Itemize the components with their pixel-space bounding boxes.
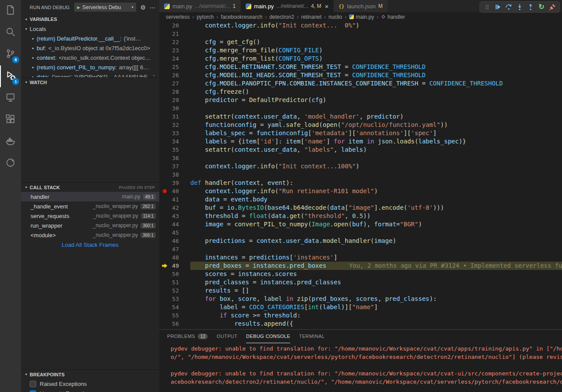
- editor-gutter[interactable]: 46: [159, 237, 190, 245]
- editor-gutter[interactable]: 28: [159, 88, 190, 96]
- code-line[interactable]: 43 threshold = float(data.get("threshold…: [159, 212, 562, 220]
- stack-frame-row[interactable]: _handle_event_nuclio_wrapper.py262:1: [21, 201, 159, 211]
- debug-config-dropdown[interactable]: ▶ Serverless Debu ▾: [74, 3, 137, 12]
- breadcrumb-item[interactable]: handler: [381, 14, 405, 20]
- editor-tab[interactable]: {}launch.jsonM: [334, 0, 388, 12]
- breakpoints-section-header[interactable]: ▾ BREAKPOINTS: [21, 369, 159, 379]
- breadcrumb-item[interactable]: nuclio: [329, 14, 342, 20]
- activity-extensions[interactable]: [0, 109, 21, 131]
- activity-extra-tool[interactable]: [0, 153, 21, 174]
- code-line[interactable]: 47: [159, 245, 562, 253]
- editor-gutter[interactable]: 32: [159, 121, 190, 129]
- code-line[interactable]: 52 results = []: [159, 286, 562, 295]
- editor-gutter[interactable]: 31: [159, 112, 190, 121]
- editor-gutter[interactable]: 35: [159, 146, 190, 154]
- stack-frame-row[interactable]: serve_requests_nuclio_wrapper.py114:1: [21, 211, 159, 221]
- breakpoint-checkbox[interactable]: [30, 381, 36, 387]
- editor-gutter[interactable]: 21: [159, 30, 190, 38]
- editor-gutter[interactable]: 51: [159, 278, 190, 286]
- continue-button[interactable]: [493, 2, 503, 12]
- code-line[interactable]: 25 cfg.MODEL.RETINANET.SCORE_THRESH_TEST…: [159, 63, 562, 71]
- code-line[interactable]: 42 buf = io.BytesIO(base64.b64decode(dat…: [159, 204, 562, 212]
- gear-icon[interactable]: ⚙: [140, 4, 146, 11]
- editor-gutter[interactable]: 42: [159, 204, 190, 212]
- code-line[interactable]: 55 if score >= threshold:: [159, 311, 562, 320]
- code-line[interactable]: 23 cfg.merge_from_file(CONFIG_FILE): [159, 46, 562, 55]
- code-line[interactable]: 46 predictions = context.user_data.model…: [159, 237, 562, 245]
- code-line[interactable]: 22 cfg = get_cfg(): [159, 38, 562, 46]
- start-debugging-icon[interactable]: ▶: [77, 5, 80, 10]
- variables-section-header[interactable]: ▾ VARIABLES: [21, 14, 159, 24]
- code-line[interactable]: 50 scores = instances.scores: [159, 270, 562, 278]
- editor-gutter[interactable]: 30: [159, 104, 190, 112]
- restart-button[interactable]: ↻: [537, 2, 546, 12]
- code-line[interactable]: 37 context.logger.info("Init context...1…: [159, 162, 562, 170]
- code-line[interactable]: 27 cfg.MODEL.PANOPTIC_FPN.COMBINE.INSTAN…: [159, 79, 562, 88]
- load-all-stack-frames-link[interactable]: Load All Stack Frames: [21, 240, 159, 249]
- variable-row[interactable]: ▸(return) convert_PIL_to_numpy:array([[[…: [21, 62, 159, 72]
- code-line[interactable]: 39def handler(context, event):: [159, 179, 562, 187]
- editor-gutter[interactable]: 23: [159, 46, 190, 55]
- code-line[interactable]: 38: [159, 170, 562, 179]
- breadcrumb-item[interactable]: serverless: [166, 14, 190, 20]
- code-line[interactable]: 24 cfg.merge_from_list(CONFIG_OPTS): [159, 55, 562, 63]
- activity-source-control[interactable]: 8: [0, 44, 21, 65]
- code-line[interactable]: 44 image = convert_PIL_to_numpy(Image.op…: [159, 220, 562, 228]
- breadcrumb-item[interactable]: retinanet: [301, 14, 322, 20]
- editor-gutter[interactable]: 41: [159, 195, 190, 204]
- code-line[interactable]: 28 cfg.freeze(): [159, 88, 562, 96]
- watch-section-header[interactable]: ▾ WATCH: [21, 77, 159, 87]
- panel-tab[interactable]: PROBLEMS12: [167, 330, 208, 343]
- variable-row[interactable]: ▸context:<nuclio_sdk.context.Context obj…: [21, 53, 159, 62]
- code-line[interactable]: 20 context.logger.info("Init context... …: [159, 21, 562, 30]
- code-line[interactable]: 45: [159, 228, 562, 237]
- code-line[interactable]: 53 for box, score, label in zip(pred_box…: [159, 295, 562, 303]
- code-line[interactable]: 54 label = COCO_CATEGORIES[int(label)]["…: [159, 303, 562, 311]
- more-actions-icon[interactable]: ⋯: [150, 4, 156, 11]
- editor-gutter[interactable]: 44: [159, 220, 190, 228]
- code-line[interactable]: 35 setattr(context.user_data, "labels", …: [159, 146, 562, 154]
- close-icon[interactable]: ×: [325, 3, 329, 10]
- editor-gutter[interactable]: 45: [159, 228, 190, 237]
- code-line[interactable]: 32 functionconfig = yaml.safe_load(open(…: [159, 121, 562, 129]
- breakpoint-checkbox[interactable]: ✓: [30, 390, 36, 392]
- toolbar-drag-handle[interactable]: [482, 2, 492, 12]
- breadcrumb-item[interactable]: main.py: [349, 14, 374, 20]
- editor-gutter[interactable]: 25: [159, 63, 190, 71]
- variable-row[interactable]: ▸(return) DefaultPredictor.__call__:{'in…: [21, 34, 159, 43]
- breadcrumb-item[interactable]: pytorch: [197, 14, 214, 20]
- stack-frame-row[interactable]: handlermain.py49:1: [21, 192, 159, 201]
- code-line[interactable]: 40 context.logger.info("Run retinanet-R1…: [159, 187, 562, 195]
- editor-gutter[interactable]: 36: [159, 154, 190, 162]
- breakpoint-row[interactable]: ✓Uncaught Exceptions: [21, 389, 159, 392]
- code-line[interactable]: 33 labels_spec = functionconfig['metadat…: [159, 129, 562, 137]
- activity-remote-explorer[interactable]: [0, 87, 21, 109]
- variable-row[interactable]: ▸data:{'image': 'iVBORw0KG…AAAANSUhE…': [21, 72, 159, 77]
- editor-gutter[interactable]: 50: [159, 270, 190, 278]
- editor-tab[interactable]: main.py.../retinanet/...4, M×: [241, 0, 334, 12]
- editor-gutter[interactable]: 55: [159, 311, 190, 320]
- code-line[interactable]: 31 setattr(context.user_data, 'model_han…: [159, 112, 562, 121]
- editor-gutter[interactable]: 29: [159, 96, 190, 104]
- editor-gutter[interactable]: 34: [159, 137, 190, 146]
- editor-gutter[interactable]: 43: [159, 212, 190, 220]
- code-line[interactable]: 34 labels = {item['id']: item['name'] fo…: [159, 137, 562, 146]
- editor-gutter[interactable]: 24: [159, 55, 190, 63]
- code-line[interactable]: 21: [159, 30, 562, 38]
- editor-gutter[interactable]: 33: [159, 129, 190, 137]
- editor-gutter[interactable]: 22: [159, 38, 190, 46]
- editor-gutter[interactable]: 53: [159, 295, 190, 303]
- step-over-button[interactable]: [504, 2, 514, 12]
- panel-tab[interactable]: DEBUG CONSOLE: [246, 330, 290, 343]
- code-line[interactable]: 29 predictor = DefaultPredictor(cfg): [159, 96, 562, 104]
- breakpoint-row[interactable]: Raised Exceptions: [21, 379, 159, 389]
- stack-frame-row[interactable]: <module>_nuclio_wrapper.py366:1: [21, 230, 159, 240]
- code-editor[interactable]: 20 context.logger.info("Init context... …: [159, 21, 562, 329]
- panel-tab[interactable]: TERMINAL: [299, 330, 325, 343]
- editor-gutter[interactable]: 38: [159, 170, 190, 179]
- breadcrumb-item[interactable]: facebookresearch: [221, 14, 262, 20]
- editor-gutter[interactable]: 26: [159, 71, 190, 79]
- activity-search[interactable]: [0, 22, 21, 44]
- code-line[interactable]: 51 pred_classes = instances.pred_classes: [159, 278, 562, 286]
- editor-tab[interactable]: main.py.../siammask/...1: [159, 0, 241, 12]
